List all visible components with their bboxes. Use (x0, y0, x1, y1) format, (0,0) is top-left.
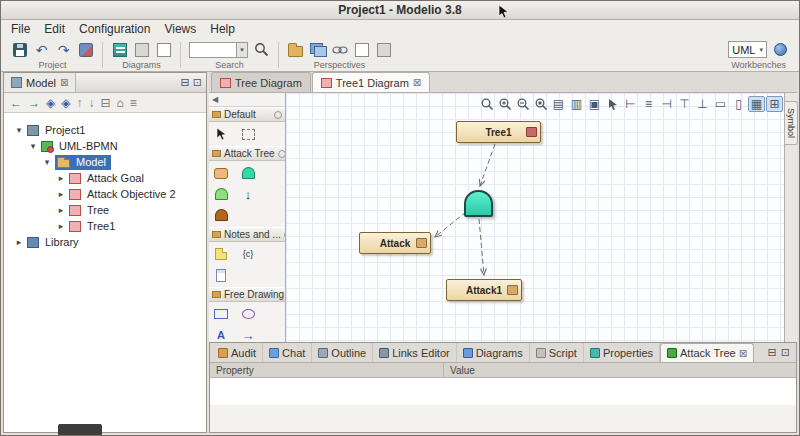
tab-symbol[interactable]: Symbol (785, 101, 798, 145)
and-gate-tool[interactable] (239, 165, 257, 181)
marquee-tool[interactable] (239, 126, 257, 142)
tab-chat[interactable]: Chat (263, 343, 312, 362)
perspective-folders-icon[interactable] (309, 41, 326, 58)
line-arrow-tool[interactable]: → (239, 327, 257, 342)
save-icon[interactable] (11, 41, 28, 58)
search-input[interactable] (189, 42, 237, 58)
save-image-icon[interactable]: ▥ (568, 96, 585, 112)
menu-edit[interactable]: Edit (37, 21, 72, 37)
move-down-icon[interactable]: ↓ (88, 96, 94, 110)
maximize-view-icon[interactable]: ⊡ (193, 76, 202, 89)
and-gate-node[interactable] (464, 190, 493, 217)
section-pin-icon[interactable] (284, 231, 285, 239)
section-pin-icon[interactable] (278, 150, 285, 158)
palette-collapse-icon[interactable]: ◀ (212, 95, 218, 104)
titlebar[interactable]: Project1 - Modelio 3.8 (1, 1, 799, 20)
tree-item-project1[interactable]: ▾ Project1 (4, 122, 206, 138)
transfer-arrow-tool[interactable]: ↓ (239, 186, 257, 202)
zoom-out-icon[interactable] (514, 96, 531, 112)
tab-script[interactable]: Script (530, 343, 584, 362)
print-icon[interactable]: ▤ (550, 96, 567, 112)
tree-options-icon[interactable]: ≡ (130, 96, 137, 110)
perspective-grid-icon[interactable] (353, 41, 370, 58)
expand-arrow-icon[interactable]: ▸ (56, 173, 66, 183)
section-pin-icon[interactable] (274, 111, 282, 119)
align-center-icon[interactable]: ≡ (640, 96, 657, 112)
tab-attack-tree[interactable]: Attack Tree ⊠ (660, 343, 754, 362)
align-top-icon[interactable]: ⊤ (676, 96, 693, 112)
new-diagram-icon[interactable] (111, 41, 128, 58)
minimize-panel-icon[interactable]: ⊟ (768, 346, 777, 359)
diagram-list-icon[interactable] (133, 41, 150, 58)
workbench-combo[interactable]: UML ▾ (728, 41, 767, 58)
property-table-body[interactable] (210, 379, 796, 432)
tree-item-library[interactable]: ▸ Library (4, 234, 206, 250)
tree-item-tree[interactable]: ▸ Tree (4, 202, 206, 218)
tab-close-icon[interactable]: ⊠ (413, 77, 421, 88)
workbench-icon[interactable] (772, 41, 789, 58)
align-bottom-icon[interactable]: ⊥ (694, 96, 711, 112)
link-icon[interactable] (331, 41, 348, 58)
tree-node-tool[interactable] (212, 165, 230, 181)
tab-tree1-diagram[interactable]: Tree1 Diagram ⊠ (312, 72, 430, 92)
switch-configuration-icon[interactable] (77, 41, 94, 58)
menu-help[interactable]: Help (203, 21, 242, 37)
tab-close-icon[interactable]: ⊠ (739, 348, 747, 359)
column-value[interactable]: Value (444, 365, 475, 376)
tree-item-model[interactable]: ▾ Model (4, 154, 206, 170)
expand-arrow-icon[interactable]: ▾ (14, 125, 24, 135)
tab-outline[interactable]: Outline (312, 343, 373, 362)
redo-icon[interactable]: ↷ (55, 41, 72, 58)
home-icon[interactable]: ⌂ (117, 96, 124, 110)
node-attack1[interactable]: Attack1 (446, 279, 522, 301)
model-view-tab[interactable]: Model ⊠ (4, 73, 76, 92)
align-right-icon[interactable]: ⊣ (658, 96, 675, 112)
perspective-edit-icon[interactable] (375, 41, 392, 58)
show-grid-icon[interactable]: ▦ (748, 96, 765, 112)
expand-arrow-icon[interactable]: ▾ (42, 157, 52, 167)
model-view-close-icon[interactable]: ⊠ (60, 77, 68, 88)
snap-to-grid-icon[interactable]: ⊞ (766, 96, 783, 112)
palette-section-default[interactable]: Default (209, 107, 285, 122)
tab-tree-diagram[interactable]: Tree Diagram (211, 72, 311, 92)
zoom-fit-icon[interactable] (532, 96, 549, 112)
tab-links-editor[interactable]: Links Editor (373, 343, 456, 362)
undo-icon[interactable]: ↶ (33, 41, 50, 58)
palette-section-free-drawing[interactable]: Free Drawing (209, 287, 285, 302)
ellipse-tool[interactable] (239, 306, 257, 322)
column-property[interactable]: Property (210, 363, 444, 377)
document-tool[interactable] (212, 267, 230, 283)
select-tool[interactable] (212, 126, 230, 142)
tree-item-attack-goal[interactable]: ▸ Attack Goal (4, 170, 206, 186)
text-tool[interactable]: A (212, 327, 230, 342)
zoom-selection-icon[interactable] (478, 96, 495, 112)
palette-section-attack-tree[interactable]: Attack Tree (209, 146, 285, 161)
expand-arrow-icon[interactable]: ▸ (56, 221, 66, 231)
palette-section-notes[interactable]: Notes and ... (209, 227, 285, 242)
note-tool[interactable] (212, 246, 230, 262)
navigate-back-icon[interactable]: ← (10, 96, 22, 110)
menu-views[interactable]: Views (157, 21, 203, 37)
align-left-icon[interactable]: ⊢ (622, 96, 639, 112)
constraint-tool[interactable]: {c} (239, 246, 257, 262)
expand-arrow-icon[interactable]: ▸ (56, 205, 66, 215)
node-tree1[interactable]: Tree1 (456, 121, 541, 143)
expand-arrow-icon[interactable]: ▸ (14, 237, 24, 247)
operator-tool[interactable] (212, 207, 230, 223)
collapse-all-icon[interactable]: ⊟ (100, 96, 110, 110)
menu-configuration[interactable]: Configuration (72, 21, 157, 37)
tree-item-tree1[interactable]: ▸ Tree1 (4, 218, 206, 234)
move-up-icon[interactable]: ↑ (76, 96, 82, 110)
expand-arrow-icon[interactable]: ▾ (28, 141, 38, 151)
tab-audit[interactable]: Audit (212, 343, 263, 362)
node-attack[interactable]: Attack (359, 232, 431, 254)
screenshot-icon[interactable]: ▣ (586, 96, 603, 112)
diagram-canvas[interactable]: ▤ ▥ ▣ ⊢ ≡ ⊣ ⊤ ⊥ ▭ ▯ ▦ ⊞ Tree1 (286, 93, 786, 342)
search-dropdown-icon[interactable]: ▾ (237, 42, 248, 58)
tab-diagrams[interactable]: Diagrams (457, 343, 530, 362)
navigate-forward-icon[interactable]: → (28, 96, 40, 110)
same-width-icon[interactable]: ▭ (712, 96, 729, 112)
tree-item-attack-objective-2[interactable]: ▸ Attack Objective 2 (4, 186, 206, 202)
pointer-mode-icon[interactable] (604, 96, 621, 112)
maximize-panel-icon[interactable]: ⊡ (781, 346, 790, 359)
